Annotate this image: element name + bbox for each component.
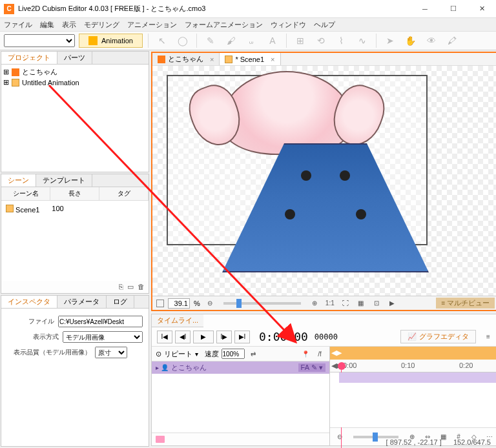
grid-icon[interactable]: ▦ bbox=[355, 298, 367, 309]
minimize-button[interactable]: ─ bbox=[411, 0, 439, 18]
timeline-track-header[interactable]: ▸ 👤 とこちゃん FA✎▾ bbox=[152, 361, 329, 374]
tab-timeline[interactable]: タイムライ... bbox=[152, 314, 203, 327]
menu-window[interactable]: ウィンドウ bbox=[271, 20, 306, 30]
zoom-pct-label: % bbox=[194, 300, 200, 307]
folder-icon[interactable] bbox=[156, 436, 165, 443]
tool-pointer-icon[interactable]: ➤ bbox=[382, 34, 398, 48]
tab-parts[interactable]: パーツ bbox=[57, 52, 92, 64]
tool-brush-icon[interactable]: 🖌 bbox=[223, 34, 240, 48]
goto-start-button[interactable]: I◀ bbox=[157, 331, 172, 343]
menu-edit[interactable]: 編集 bbox=[40, 20, 54, 30]
scene-row[interactable]: Scene1 100 bbox=[3, 203, 147, 216]
scene-new-icon[interactable]: ▭ bbox=[127, 283, 134, 291]
tool-path-icon[interactable]: ∿ bbox=[354, 34, 371, 48]
filter-icon[interactable]: /f bbox=[314, 349, 326, 359]
quality-label: 表示品質（モデル用画像） bbox=[7, 348, 91, 357]
model-icon bbox=[158, 56, 165, 63]
col-length[interactable]: 長さ bbox=[50, 187, 99, 200]
tool-paint-icon[interactable]: 🖍 bbox=[444, 34, 460, 48]
track-name: とこちゃん bbox=[171, 363, 207, 372]
fa-badge[interactable]: FA bbox=[301, 363, 309, 372]
display-select[interactable]: モデル用画像 bbox=[63, 331, 143, 343]
transport-bar: I◀ ◀I ▶ I▶ ▶I 0:00:00 00000 📈 グラフエディタ ≡ bbox=[152, 327, 496, 347]
timeline-menu-icon[interactable]: ≡ bbox=[482, 332, 494, 342]
close-icon[interactable]: × bbox=[210, 56, 214, 63]
track-clip[interactable] bbox=[339, 372, 496, 383]
goto-end-button[interactable]: ▶I bbox=[234, 331, 250, 343]
menu-formanimation[interactable]: フォームアニメーション bbox=[185, 20, 263, 30]
track-vis-icon[interactable]: ▾ bbox=[319, 363, 323, 372]
bg-toggle[interactable] bbox=[156, 300, 164, 307]
tool-glue-icon[interactable]: ⩊ bbox=[243, 34, 260, 48]
canvas-tab[interactable]: * Scene1 × bbox=[220, 53, 280, 65]
col-scene-name[interactable]: シーン名 bbox=[1, 187, 50, 200]
step-back-button[interactable]: ◀I bbox=[175, 331, 191, 343]
menu-animation[interactable]: アニメーション bbox=[127, 20, 177, 30]
snap-icon[interactable]: ⊡ bbox=[371, 298, 382, 309]
step-fwd-button[interactable]: I▶ bbox=[216, 331, 232, 343]
timecode: 0:00:00 bbox=[259, 330, 308, 343]
multiview-button[interactable]: ≡ マルチビュー bbox=[436, 298, 495, 309]
expand-all-icon[interactable]: ⊙ bbox=[156, 350, 161, 358]
play-icon[interactable]: ▶ bbox=[386, 298, 398, 309]
tab-project[interactable]: プロジェクト bbox=[1, 52, 57, 64]
tab-graph-editor[interactable]: 📈 グラフエディタ bbox=[400, 330, 476, 343]
tab-inspector[interactable]: インスペクタ bbox=[1, 296, 57, 308]
tool-pen-icon[interactable]: ✎ bbox=[202, 34, 219, 48]
timeline-ruler[interactable]: ◀▶ 0:00 0:10 0:20 bbox=[330, 360, 496, 372]
quality-select[interactable]: 原寸 bbox=[95, 347, 127, 358]
menu-help[interactable]: ヘルプ bbox=[314, 20, 335, 30]
timeline-tracks-area[interactable] bbox=[330, 372, 496, 427]
tool-auto-icon[interactable]: A bbox=[264, 34, 281, 48]
canvas-tab[interactable]: とこちゃん × bbox=[152, 53, 220, 65]
speed-input[interactable] bbox=[222, 349, 245, 359]
zoom-out-icon[interactable]: ⊖ bbox=[204, 298, 216, 309]
tree-item[interactable]: ⊞ Untitled Animation bbox=[3, 77, 147, 87]
scene-copy-icon[interactable]: ⎘ bbox=[119, 283, 123, 291]
scene-icon bbox=[6, 205, 14, 212]
tl-zoom-out-icon[interactable]: ⊖ bbox=[334, 432, 346, 442]
close-button[interactable]: ✕ bbox=[468, 0, 496, 18]
display-label: 表示方式 bbox=[7, 332, 59, 341]
mode-button[interactable]: Animation bbox=[79, 34, 143, 48]
zoom-slider[interactable] bbox=[223, 302, 301, 305]
scene-delete-icon[interactable]: 🗑 bbox=[138, 283, 145, 291]
expand-icon[interactable]: ⊞ bbox=[3, 68, 9, 76]
playhead[interactable] bbox=[338, 362, 346, 370]
tab-scene[interactable]: シーン bbox=[1, 174, 36, 187]
tab-parameter[interactable]: パラメータ bbox=[57, 296, 107, 308]
timeline-span-bar[interactable]: ◀▶ bbox=[330, 347, 496, 360]
col-tag[interactable]: タグ bbox=[99, 187, 149, 200]
fit-icon[interactable]: ⛶ bbox=[340, 298, 351, 309]
tool-arrow-icon[interactable]: ↖ bbox=[154, 34, 170, 48]
tool-eye-icon[interactable]: 👁 bbox=[423, 34, 440, 48]
tool-rotate-icon[interactable]: ⟲ bbox=[313, 34, 329, 48]
file-label: ファイル bbox=[7, 317, 54, 326]
canvas-tab-label: とこちゃん bbox=[168, 54, 203, 64]
workspace-select[interactable] bbox=[4, 34, 75, 47]
tree-item[interactable]: ⊞ とこちゃん bbox=[3, 66, 147, 77]
viewport[interactable] bbox=[152, 66, 496, 296]
tool-warp-icon[interactable]: ⌇ bbox=[333, 34, 350, 48]
expand-icon[interactable]: ⊞ bbox=[3, 78, 9, 87]
menu-file[interactable]: ファイル bbox=[4, 20, 32, 30]
ratio-button[interactable]: 1:1 bbox=[324, 298, 336, 309]
zoom-in-icon[interactable]: ⊕ bbox=[309, 298, 320, 309]
file-field[interactable] bbox=[58, 316, 143, 327]
play-button[interactable]: ▶ bbox=[193, 331, 214, 343]
zoom-input[interactable] bbox=[168, 298, 190, 309]
pin-icon[interactable]: 📍 bbox=[300, 349, 311, 359]
speed-label: 速度 bbox=[205, 349, 219, 359]
tool-deform-icon[interactable]: ⊞ bbox=[292, 34, 309, 48]
track-list[interactable] bbox=[152, 374, 329, 433]
menu-view[interactable]: 表示 bbox=[62, 20, 76, 30]
track-edit-icon[interactable]: ✎ bbox=[311, 363, 317, 372]
tool-hand-icon[interactable]: ✋ bbox=[402, 34, 419, 48]
close-icon[interactable]: × bbox=[271, 56, 274, 63]
maximize-button[interactable]: ☐ bbox=[439, 0, 468, 18]
tab-log[interactable]: ログ bbox=[107, 296, 134, 308]
tab-template[interactable]: テンプレート bbox=[36, 174, 92, 187]
link-icon[interactable]: ⇄ bbox=[247, 349, 259, 359]
menu-modeling[interactable]: モデリング bbox=[84, 20, 119, 30]
tool-lasso-icon[interactable]: ◯ bbox=[174, 34, 191, 48]
